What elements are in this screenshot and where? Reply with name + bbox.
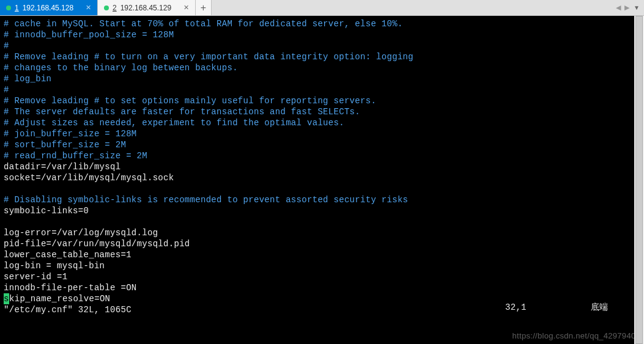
terminal-line: # [4,84,640,95]
terminal-line: socket=/var/lib/mysql/mysql.sock [4,172,640,183]
terminal-line: # join_buffer_size = 128M [4,128,640,139]
terminal-text: # changes to the binary log between back… [4,63,238,73]
terminal-text: # Remove leading # to turn on a very imp… [4,52,413,62]
scroll-position: 底端 [591,302,609,313]
terminal-text: innodb-file-per-table =ON [4,283,137,293]
terminal-line [4,183,640,194]
cursor-position: 32,1 [505,302,527,313]
terminal-line: lower_case_table_names=1 [4,249,640,260]
terminal-line: # Remove leading # to turn on a very imp… [4,51,640,62]
terminal-line: # sort_buffer_size = 2M [4,139,640,150]
terminal-text: log-error=/var/log/mysqld.log [4,228,158,238]
scrollbar[interactable] [634,16,644,344]
terminal-line: # cache in MySQL. Start at 70% of total … [4,18,640,29]
terminal-line: # changes to the binary log between back… [4,62,640,73]
add-tab-button[interactable]: + [196,0,212,15]
terminal-line: log-error=/var/log/mysqld.log [4,227,640,238]
terminal-text: # [4,85,9,95]
tab-2[interactable]: 2 192.168.45.129 ✕ [98,0,196,15]
terminal-text: pid-file=/var/run/mysqld/mysqld.pid [4,239,190,249]
tab-menu-icon[interactable]: ▼ [632,4,642,11]
terminal-line: log-bin = mysql-bin [4,260,640,271]
terminal-text: # innodb_buffer_pool_size = 128M [4,30,174,40]
tab-number: 1 [15,4,19,12]
terminal-text: # cache in MySQL. Start at 70% of total … [4,19,403,29]
status-dot-icon [104,5,109,10]
terminal-text: server-id =1 [4,272,67,282]
terminal-text: # Adjust sizes as needed, experiment to … [4,118,344,128]
close-icon[interactable]: ✕ [183,4,189,12]
terminal-text: # log_bin [4,74,51,84]
terminal[interactable]: # cache in MySQL. Start at 70% of total … [0,16,644,344]
close-icon[interactable]: ✕ [86,4,91,12]
terminal-text: # The server defaults are faster for tra… [4,107,360,117]
terminal-text: # sort_buffer_size = 2M [4,140,126,150]
tab-label: 192.168.45.129 [120,4,171,12]
terminal-line: innodb-file-per-table =ON [4,282,640,293]
terminal-line [4,216,640,227]
terminal-text: lower_case_table_names=1 [4,250,131,260]
terminal-line: # [4,40,640,51]
terminal-line: pid-file=/var/run/mysqld/mysqld.pid [4,238,640,249]
terminal-text: datadir=/var/lib/mysql [4,162,120,172]
terminal-line: # innodb_buffer_pool_size = 128M [4,29,640,40]
terminal-text: symbolic-links=0 [4,206,89,216]
terminal-line: # Disabling symbolic-links is recommende… [4,194,640,205]
status-file: "/etc/my.cnf" 32L, 1065C [4,305,131,315]
prev-tab-icon[interactable]: ◀ [615,4,622,12]
terminal-line: # The server defaults are faster for tra… [4,106,640,117]
terminal-text: # [4,41,9,51]
terminal-line: symbolic-links=0 [4,205,640,216]
tab-number: 2 [113,4,117,12]
terminal-text: kip_name_resolve=ON [9,294,110,304]
watermark: https://blog.csdn.net/qq_42979402 [513,331,640,342]
tab-label: 192.168.45.128 [23,4,73,12]
vim-status-line: "/etc/my.cnf" 32L, 1065C 32,1 底端 [4,304,640,315]
tab-1[interactable]: 1 192.168.45.128 ✕ [0,0,98,15]
terminal-text [4,217,9,227]
terminal-line: server-id =1 [4,271,640,282]
terminal-line: # Adjust sizes as needed, experiment to … [4,117,640,128]
terminal-line: # read_rnd_buffer_size = 2M [4,150,640,161]
terminal-text: # Disabling symbolic-links is recommende… [4,195,408,205]
terminal-text [4,184,9,194]
status-dot-icon [6,5,11,10]
terminal-text: socket=/var/lib/mysql/mysql.sock [4,173,174,183]
tab-nav: ◀ ▶ ▼ [612,0,644,15]
cursor: s [4,293,9,304]
terminal-line: # Remove leading # to set options mainly… [4,95,640,106]
terminal-text: # join_buffer_size = 128M [4,129,137,139]
scrollbar-thumb[interactable] [635,16,643,344]
terminal-line: skip_name_resolve=ON [4,293,640,304]
tab-bar: 1 192.168.45.128 ✕ 2 192.168.45.129 ✕ + … [0,0,644,16]
terminal-text: # Remove leading # to set options mainly… [4,96,376,106]
terminal-text: # read_rnd_buffer_size = 2M [4,151,147,161]
terminal-content: # cache in MySQL. Start at 70% of total … [4,18,640,293]
next-tab-icon[interactable]: ▶ [623,4,631,12]
terminal-line: datadir=/var/lib/mysql [4,161,640,172]
terminal-line: # log_bin [4,73,640,84]
terminal-text: log-bin = mysql-bin [4,261,105,271]
